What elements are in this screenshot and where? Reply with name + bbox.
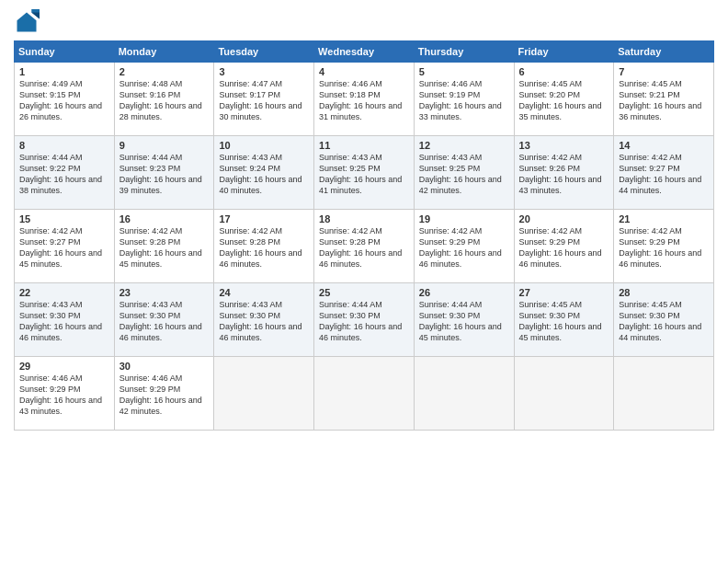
logo-icon xyxy=(14,9,40,35)
day-info: Sunrise: 4:42 AMSunset: 9:26 PMDaylight:… xyxy=(519,152,609,197)
calendar-cell: 27Sunrise: 4:45 AMSunset: 9:30 PMDayligh… xyxy=(514,283,614,357)
day-number: 14 xyxy=(619,140,709,151)
calendar-cell: 24Sunrise: 4:43 AMSunset: 9:30 PMDayligh… xyxy=(214,283,314,357)
calendar-cell: 15Sunrise: 4:42 AMSunset: 9:27 PMDayligh… xyxy=(15,210,115,283)
calendar-cell xyxy=(614,357,714,431)
header xyxy=(14,9,714,35)
day-info: Sunrise: 4:43 AMSunset: 9:24 PMDaylight:… xyxy=(219,152,309,197)
calendar-cell: 14Sunrise: 4:42 AMSunset: 9:27 PMDayligh… xyxy=(614,136,714,210)
day-info: Sunrise: 4:44 AMSunset: 9:22 PMDaylight:… xyxy=(19,152,109,197)
calendar-header-wednesday: Wednesday xyxy=(314,41,415,63)
day-info: Sunrise: 4:43 AMSunset: 9:30 PMDaylight:… xyxy=(219,299,309,344)
calendar-week-1: 1Sunrise: 4:49 AMSunset: 9:15 PMDaylight… xyxy=(15,63,714,136)
day-info: Sunrise: 4:44 AMSunset: 9:30 PMDaylight:… xyxy=(319,299,409,344)
day-number: 16 xyxy=(119,213,210,224)
day-info: Sunrise: 4:46 AMSunset: 9:19 PMDaylight:… xyxy=(419,78,509,123)
calendar-cell: 23Sunrise: 4:43 AMSunset: 9:30 PMDayligh… xyxy=(114,283,214,357)
calendar-cell: 26Sunrise: 4:44 AMSunset: 9:30 PMDayligh… xyxy=(414,283,514,357)
day-info: Sunrise: 4:42 AMSunset: 9:29 PMDaylight:… xyxy=(619,225,709,270)
calendar-cell: 28Sunrise: 4:45 AMSunset: 9:30 PMDayligh… xyxy=(614,283,714,357)
day-number: 7 xyxy=(619,66,709,77)
day-number: 3 xyxy=(219,66,309,77)
calendar-cell: 16Sunrise: 4:42 AMSunset: 9:28 PMDayligh… xyxy=(114,210,214,283)
day-number: 26 xyxy=(419,287,509,298)
day-info: Sunrise: 4:42 AMSunset: 9:27 PMDaylight:… xyxy=(19,225,109,270)
day-info: Sunrise: 4:46 AMSunset: 9:29 PMDaylight:… xyxy=(19,373,109,418)
calendar-cell: 8Sunrise: 4:44 AMSunset: 9:22 PMDaylight… xyxy=(15,136,115,210)
calendar-cell: 5Sunrise: 4:46 AMSunset: 9:19 PMDaylight… xyxy=(414,63,514,136)
day-number: 28 xyxy=(619,287,709,298)
calendar-cell: 4Sunrise: 4:46 AMSunset: 9:18 PMDaylight… xyxy=(314,63,415,136)
day-info: Sunrise: 4:46 AMSunset: 9:29 PMDaylight:… xyxy=(119,373,210,418)
day-info: Sunrise: 4:47 AMSunset: 9:17 PMDaylight:… xyxy=(219,78,309,123)
calendar-cell xyxy=(514,357,614,431)
day-number: 23 xyxy=(119,287,210,298)
calendar-cell xyxy=(414,357,514,431)
calendar-header-sunday: Sunday xyxy=(15,41,115,63)
day-number: 5 xyxy=(419,66,509,77)
calendar-table: SundayMondayTuesdayWednesdayThursdayFrid… xyxy=(14,40,714,431)
day-info: Sunrise: 4:49 AMSunset: 9:15 PMDaylight:… xyxy=(19,78,109,123)
calendar-cell: 17Sunrise: 4:42 AMSunset: 9:28 PMDayligh… xyxy=(214,210,314,283)
calendar-cell: 11Sunrise: 4:43 AMSunset: 9:25 PMDayligh… xyxy=(314,136,415,210)
day-number: 24 xyxy=(219,287,309,298)
calendar-cell xyxy=(314,357,415,431)
calendar-header-saturday: Saturday xyxy=(614,41,714,63)
day-info: Sunrise: 4:42 AMSunset: 9:27 PMDaylight:… xyxy=(619,152,709,197)
day-number: 12 xyxy=(419,140,509,151)
calendar-cell: 30Sunrise: 4:46 AMSunset: 9:29 PMDayligh… xyxy=(114,357,214,431)
calendar-cell: 12Sunrise: 4:43 AMSunset: 9:25 PMDayligh… xyxy=(414,136,514,210)
calendar-cell: 2Sunrise: 4:48 AMSunset: 9:16 PMDaylight… xyxy=(114,63,214,136)
day-number: 22 xyxy=(19,287,109,298)
day-info: Sunrise: 4:42 AMSunset: 9:28 PMDaylight:… xyxy=(119,225,210,270)
calendar-cell: 19Sunrise: 4:42 AMSunset: 9:29 PMDayligh… xyxy=(414,210,514,283)
day-info: Sunrise: 4:43 AMSunset: 9:30 PMDaylight:… xyxy=(119,299,210,344)
calendar-cell: 7Sunrise: 4:45 AMSunset: 9:21 PMDaylight… xyxy=(614,63,714,136)
calendar-cell: 13Sunrise: 4:42 AMSunset: 9:26 PMDayligh… xyxy=(514,136,614,210)
calendar-week-2: 8Sunrise: 4:44 AMSunset: 9:22 PMDaylight… xyxy=(15,136,714,210)
calendar-cell: 21Sunrise: 4:42 AMSunset: 9:29 PMDayligh… xyxy=(614,210,714,283)
page-container: SundayMondayTuesdayWednesdayThursdayFrid… xyxy=(0,0,728,563)
calendar-cell: 18Sunrise: 4:42 AMSunset: 9:28 PMDayligh… xyxy=(314,210,415,283)
day-number: 6 xyxy=(519,66,609,77)
calendar-cell: 25Sunrise: 4:44 AMSunset: 9:30 PMDayligh… xyxy=(314,283,415,357)
calendar-cell: 3Sunrise: 4:47 AMSunset: 9:17 PMDaylight… xyxy=(214,63,314,136)
day-info: Sunrise: 4:42 AMSunset: 9:28 PMDaylight:… xyxy=(319,225,409,270)
day-number: 9 xyxy=(119,140,210,151)
day-info: Sunrise: 4:43 AMSunset: 9:25 PMDaylight:… xyxy=(419,152,509,197)
calendar-header-row: SundayMondayTuesdayWednesdayThursdayFrid… xyxy=(15,41,714,63)
day-number: 4 xyxy=(319,66,409,77)
day-info: Sunrise: 4:43 AMSunset: 9:25 PMDaylight:… xyxy=(319,152,409,197)
calendar-header-thursday: Thursday xyxy=(414,41,514,63)
calendar-cell: 20Sunrise: 4:42 AMSunset: 9:29 PMDayligh… xyxy=(514,210,614,283)
day-info: Sunrise: 4:42 AMSunset: 9:28 PMDaylight:… xyxy=(219,225,309,270)
calendar-cell xyxy=(214,357,314,431)
day-number: 21 xyxy=(619,213,709,224)
day-info: Sunrise: 4:42 AMSunset: 9:29 PMDaylight:… xyxy=(419,225,509,270)
day-info: Sunrise: 4:45 AMSunset: 9:30 PMDaylight:… xyxy=(519,299,609,344)
calendar-cell: 10Sunrise: 4:43 AMSunset: 9:24 PMDayligh… xyxy=(214,136,314,210)
day-number: 1 xyxy=(19,66,109,77)
day-number: 20 xyxy=(519,213,609,224)
calendar-cell: 29Sunrise: 4:46 AMSunset: 9:29 PMDayligh… xyxy=(15,357,115,431)
day-number: 2 xyxy=(119,66,210,77)
day-number: 27 xyxy=(519,287,609,298)
day-info: Sunrise: 4:42 AMSunset: 9:29 PMDaylight:… xyxy=(519,225,609,270)
day-number: 13 xyxy=(519,140,609,151)
day-info: Sunrise: 4:45 AMSunset: 9:20 PMDaylight:… xyxy=(519,78,609,123)
calendar-header-tuesday: Tuesday xyxy=(214,41,314,63)
calendar-header-friday: Friday xyxy=(514,41,614,63)
calendar-header-monday: Monday xyxy=(114,41,214,63)
calendar-cell: 9Sunrise: 4:44 AMSunset: 9:23 PMDaylight… xyxy=(114,136,214,210)
day-number: 15 xyxy=(19,213,109,224)
day-info: Sunrise: 4:48 AMSunset: 9:16 PMDaylight:… xyxy=(119,78,210,123)
svg-marker-0 xyxy=(17,13,37,32)
day-info: Sunrise: 4:45 AMSunset: 9:30 PMDaylight:… xyxy=(619,299,709,344)
day-number: 18 xyxy=(319,213,409,224)
day-number: 8 xyxy=(19,140,109,151)
calendar-week-4: 22Sunrise: 4:43 AMSunset: 9:30 PMDayligh… xyxy=(15,283,714,357)
day-number: 10 xyxy=(219,140,309,151)
calendar-week-5: 29Sunrise: 4:46 AMSunset: 9:29 PMDayligh… xyxy=(15,357,714,431)
day-info: Sunrise: 4:45 AMSunset: 9:21 PMDaylight:… xyxy=(619,78,709,123)
day-number: 11 xyxy=(319,140,409,151)
